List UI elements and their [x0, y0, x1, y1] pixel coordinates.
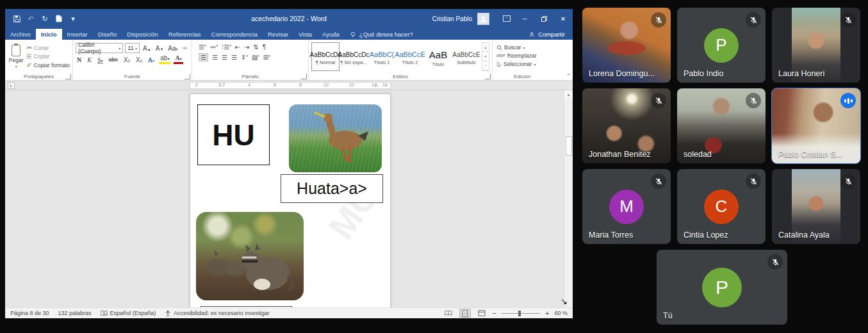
- tab-revisar[interactable]: Revisar: [263, 29, 293, 40]
- ribbon-display-options-icon[interactable]: ⌃: [498, 9, 515, 28]
- restore-button[interactable]: [534, 9, 553, 28]
- show-marks-button[interactable]: ¶: [263, 44, 266, 51]
- font-size-combo[interactable]: 11▾: [125, 43, 140, 53]
- zoom-in-button[interactable]: +: [545, 309, 549, 317]
- participant-tile-maria[interactable]: M Maria Torres: [582, 169, 671, 244]
- shading-button[interactable]: ▨▾: [252, 54, 259, 61]
- font-name-combo[interactable]: Calibri (Cuerpo)▾: [76, 43, 123, 53]
- increase-indent-button[interactable]: ⇥: [244, 44, 249, 51]
- document-page[interactable]: MO HU Huata>a>: [190, 93, 391, 307]
- change-case-button[interactable]: Aa▾: [167, 45, 179, 52]
- copy-button[interactable]: ⎘Copiar: [26, 53, 70, 60]
- undo-icon[interactable]: ↶: [26, 13, 36, 24]
- align-left-button[interactable]: ☰: [199, 53, 208, 61]
- tab-correspondencia[interactable]: Correspondencia: [206, 29, 263, 40]
- text-highlight-button[interactable]: ab▾: [159, 55, 170, 64]
- indent-marker-left[interactable]: ⧖: [218, 83, 222, 88]
- replace-button[interactable]: ab⇄ Reemplazar: [496, 53, 549, 59]
- cut-button[interactable]: ✂Cortar: [26, 44, 70, 51]
- save-icon[interactable]: [12, 13, 22, 24]
- tab-diseno[interactable]: Diseño: [93, 29, 122, 40]
- style-titulo-2[interactable]: AaBbCcE Título 2: [396, 42, 424, 71]
- bold-button[interactable]: N: [76, 56, 83, 63]
- participant-tile-jonathan[interactable]: Jonathan Benitez: [582, 88, 671, 163]
- new-document-icon[interactable]: [54, 13, 64, 24]
- style-subtitulo[interactable]: AaBbCcE Subtítulo: [452, 42, 480, 71]
- qat-more-icon[interactable]: ▾: [68, 13, 78, 24]
- tab-insertar[interactable]: Insertar: [62, 29, 93, 40]
- print-layout-button[interactable]: [459, 309, 471, 318]
- find-button[interactable]: Buscar▾: [496, 44, 549, 51]
- participant-tile-pablo-cristian-speaking[interactable]: Pablo Cristian S...: [772, 88, 860, 163]
- tab-disposicion[interactable]: Disposición: [122, 29, 163, 40]
- tab-vista[interactable]: Vista: [293, 29, 317, 40]
- zoom-slider-thumb[interactable]: [518, 311, 521, 316]
- font-dialog-launcher[interactable]: [184, 74, 190, 79]
- decrease-indent-button[interactable]: ⇤: [235, 44, 240, 51]
- participant-tile-laura[interactable]: Laura Honeri: [772, 8, 860, 83]
- shrink-font-button[interactable]: A▼: [154, 45, 165, 52]
- participant-tile-pablo-indio[interactable]: P Pablo Indio: [677, 8, 766, 83]
- share-button[interactable]: Compartir: [521, 29, 573, 40]
- justify-button[interactable]: ☰: [231, 54, 237, 61]
- collapse-ribbon-icon[interactable]: ⌃: [566, 73, 571, 79]
- sort-button[interactable]: ⇅: [253, 44, 258, 51]
- tab-ayuda[interactable]: Ayuda: [317, 29, 345, 40]
- text-effects-button[interactable]: A▾: [147, 56, 156, 63]
- zoom-out-button[interactable]: −: [493, 309, 496, 317]
- participant-tile-cintia[interactable]: C Cintia Lopez: [677, 169, 766, 244]
- zoom-percentage[interactable]: 60 %: [554, 310, 568, 316]
- scroll-up-icon[interactable]: ▲: [564, 90, 573, 99]
- paragraph-dialog-launcher[interactable]: [301, 74, 307, 79]
- minimize-button[interactable]: ─: [515, 9, 534, 28]
- tell-me-box[interactable]: ¿Qué desea hacer?: [345, 29, 418, 40]
- format-painter-button[interactable]: ✐Copiar formato: [26, 61, 70, 69]
- tab-referencias[interactable]: Referencias: [163, 29, 206, 40]
- style-normal[interactable]: AaBbCcDc ¶ Normal: [311, 42, 340, 71]
- tab-inicio[interactable]: Inicio: [36, 29, 62, 40]
- tab-stop-selector[interactable]: L: [8, 82, 15, 89]
- styles-gallery-scroll[interactable]: ▲▼▿: [482, 42, 489, 71]
- web-layout-button[interactable]: [476, 309, 487, 318]
- participant-tile-lorena[interactable]: Lorena Domingu...: [582, 8, 671, 83]
- tab-archivo[interactable]: Archivo: [5, 29, 36, 40]
- select-button[interactable]: Seleccionar▾: [496, 61, 549, 67]
- align-center-button[interactable]: ☰: [212, 54, 218, 61]
- word-count[interactable]: 132 palabras: [58, 310, 92, 316]
- participant-tile-soledad[interactable]: soledad: [677, 88, 766, 163]
- line-spacing-button[interactable]: ⇕▾: [241, 54, 248, 61]
- style-titulo-1[interactable]: AaBbC( Título 1: [368, 42, 396, 71]
- proofing-status[interactable]: Español (España): [101, 310, 156, 316]
- paste-button[interactable]: Pegar ▾: [8, 42, 24, 71]
- clipboard-dialog-launcher[interactable]: [65, 74, 71, 79]
- indent-marker-right[interactable]: △: [375, 83, 378, 88]
- close-button[interactable]: ✕: [553, 9, 573, 28]
- italic-button[interactable]: K: [86, 56, 93, 63]
- numbering-button[interactable]: ≔▾: [209, 44, 218, 51]
- participant-tile-catalina[interactable]: Catalina Ayala: [772, 169, 860, 244]
- strikethrough-button[interactable]: abc: [107, 56, 119, 63]
- zoom-slider[interactable]: [502, 313, 540, 314]
- grow-font-button[interactable]: A▲: [142, 45, 152, 52]
- align-right-button[interactable]: ☰: [222, 54, 227, 61]
- scrollbar-thumb[interactable]: [566, 136, 572, 156]
- underline-button[interactable]: S▾: [96, 56, 104, 63]
- participant-tile-self[interactable]: P Tú: [657, 250, 787, 325]
- multilevel-list-button[interactable]: ⁝☰▾: [222, 44, 231, 51]
- account-name[interactable]: Cristian Pablo: [432, 15, 472, 22]
- superscript-button[interactable]: X2: [135, 56, 143, 63]
- redo-icon[interactable]: ↻: [40, 13, 50, 24]
- styles-dialog-launcher[interactable]: [485, 74, 491, 79]
- style-titulo[interactable]: AaB Título: [424, 42, 452, 71]
- accessibility-status[interactable]: Accesibilidad: es necesario investigar: [165, 310, 270, 317]
- read-mode-button[interactable]: [443, 309, 454, 318]
- account-avatar[interactable]: [477, 13, 489, 25]
- borders-button[interactable]: ⊞▾: [263, 54, 270, 61]
- page-indicator[interactable]: Página 8 de 30: [10, 310, 49, 316]
- font-color-button[interactable]: A▾: [174, 55, 183, 64]
- bullets-button[interactable]: ☰▾: [199, 44, 206, 51]
- style-sin-espaciado[interactable]: AaBbCcDc ¶ Sin espa...: [340, 42, 368, 71]
- vertical-scrollbar[interactable]: ▲: [564, 90, 573, 307]
- subscript-button[interactable]: X2: [122, 56, 131, 63]
- clear-formatting-button[interactable]: ✑: [181, 45, 189, 52]
